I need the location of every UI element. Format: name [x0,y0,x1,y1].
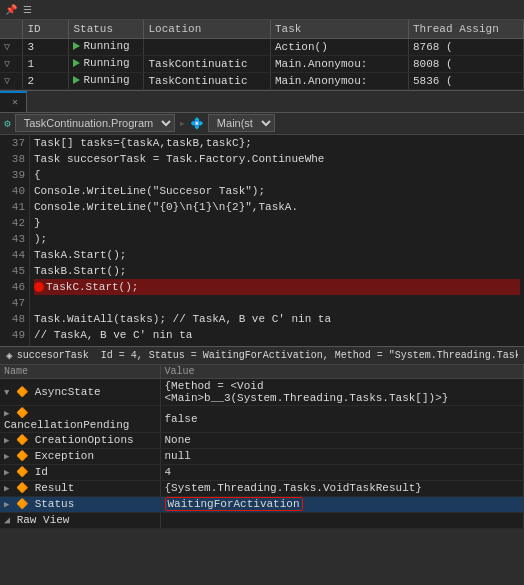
watch-name: AsyncState [35,386,101,398]
code-line: TaskA.Start(); [34,247,520,263]
watch-row[interactable]: ▼ 🔶 AsyncState{Method = <Void <Main>b__3… [0,378,524,405]
expand-icon[interactable]: ▶ [4,452,9,462]
watch-value: null [160,448,524,464]
code-line: TaskC.Start(); [34,279,520,295]
task-thread: 5836 ( [408,72,523,89]
watch-name-cell: ▶ 🔶 Id [0,464,160,480]
watch-row[interactable]: ◢ Raw View [0,512,524,528]
watch-value-cell: WaitingForActivation [160,496,524,512]
watch-name-cell: ▶ 🔶 Status [0,496,160,512]
watch-col-value: Value [160,365,524,379]
expand-icon[interactable]: ▼ [4,388,9,398]
running-icon: Running [73,74,129,86]
code-text: TaskA.Start(); [34,247,126,263]
task-status: Running [69,55,144,72]
watch-name: Raw View [17,514,70,526]
task-id: 3 [23,38,69,55]
task-name: Main.Anonymou: [270,55,408,72]
watch-row[interactable]: ▶ 🔶 Exceptionnull [0,448,524,464]
watch-name: CreationOptions [35,434,134,446]
watch-row[interactable]: ▶ 🔶 Id4 [0,464,524,480]
watch-name-cell: ▼ 🔶 AsyncState [0,378,160,405]
menu-icon[interactable]: ☰ [20,3,34,17]
expand-icon[interactable]: ▶ [4,436,9,446]
col-header-location[interactable]: Location [144,20,270,38]
editor-tabs: ✕ [0,91,524,113]
watch-panel: ◈ succesorTask Id = 4, Status = WaitingF… [0,346,524,529]
watch-name: CancellationPending [4,419,129,431]
field-icon: 🔶 [16,467,28,478]
task-thread: 8008 ( [408,55,523,72]
breakpoint-icon [34,282,44,292]
toolbar-separator: ▸ [179,116,186,131]
watch-name: Id [35,466,48,478]
line-numbers: 37383940414243444546474849 [0,135,30,346]
editor-tab-program[interactable]: ✕ [0,91,27,112]
task-thread: 8768 ( [408,38,523,55]
watch-titlebar: ◈ succesorTask Id = 4, Status = WaitingF… [0,347,524,365]
task-row[interactable]: ▽ 3 Running Action() 8768 ( [0,38,524,55]
tab-close-icon[interactable]: ✕ [12,96,18,108]
code-line: TaskB.Start(); [34,263,520,279]
col-header-id[interactable]: ID [23,20,69,38]
tasks-table: ID Status Location Task Thread Assign ▽ … [0,20,524,90]
field-icon: 🔶 [16,408,28,419]
watch-row[interactable]: ▶ 🔶 CancellationPendingfalse [0,405,524,432]
watch-table: Name Value ▼ 🔶 AsyncState{Method = <Void… [0,365,524,529]
col-header-status[interactable]: Status [69,20,144,38]
task-name: Main.Anonymou: [270,72,408,89]
titlebar-icons: 📌 ☰ [4,3,34,17]
task-name: Action() [270,38,408,55]
code-line: Console.WriteLine("{0}\n{1}\n{2}",TaskA. [34,199,520,215]
watch-name-cell: ◢ Raw View [0,512,160,528]
watch-value: false [160,405,524,432]
col-header-task[interactable]: Task [270,20,408,38]
code-line: Task succesorTask = Task.Factory.Continu… [34,151,520,167]
code-line: Console.WriteLine("Succesor Task"); [34,183,520,199]
task-row[interactable]: ▽ 1 Running TaskContinuatic Main.Anonymo… [0,55,524,72]
method-dropdown[interactable]: Main(st [208,114,275,132]
expand-icon[interactable]: ▶ [4,500,9,510]
watch-row[interactable]: ▶ 🔶 CreationOptionsNone [0,432,524,448]
task-flag: ▽ [0,72,23,89]
code-text: TaskC.Start(); [46,279,138,295]
expand-icon[interactable]: ▶ [4,468,9,478]
pin-icon[interactable]: 📌 [4,3,18,17]
task-status: Running [69,38,144,55]
code-text: ); [34,231,47,247]
expand-icon[interactable]: ▶ [4,409,9,419]
code-lines[interactable]: Task[] tasks={taskA,taskB,taskC};Task su… [30,135,524,346]
panel-titlebar: 📌 ☰ [0,0,524,20]
task-row[interactable]: ▽ 2 Running TaskContinuatic Main.Anonymo… [0,72,524,89]
code-line [34,295,520,311]
watch-name-cell: ▶ 🔶 CreationOptions [0,432,160,448]
watch-col-name: Name [0,365,160,379]
running-icon: Running [73,57,129,69]
field-icon: 🔶 [16,387,28,398]
field-icon: 🔶 [16,451,28,462]
code-text: { [34,167,41,183]
code-text: Task succesorTask = Task.Factory.Continu… [34,151,324,167]
watch-value: {System.Threading.Tasks.VoidTaskResult} [160,480,524,496]
watch-name: Status [35,498,75,510]
field-icon: 🔶 [16,483,28,494]
col-header-thread[interactable]: Thread Assign [408,20,523,38]
code-line: // TaskA, B ve C' nin ta [34,327,520,343]
code-text: Task[] tasks={taskA,taskB,taskC}; [34,135,252,151]
task-id: 2 [23,72,69,89]
play-triangle-icon [73,59,80,67]
expand-icon[interactable]: ▶ [4,484,9,494]
code-line: Task[] tasks={taskA,taskB,taskC}; [34,135,520,151]
watch-row[interactable]: ▶ 🔶 StatusWaitingForActivation [0,496,524,512]
field-icon: 🔶 [16,435,28,446]
watch-title-text: succesorTask Id = 4, Status = WaitingFor… [17,350,518,361]
play-triangle-icon [73,42,80,50]
raw-view-icon: ◢ [4,515,10,526]
task-flag: ▽ [0,55,23,72]
code-area[interactable]: 37383940414243444546474849 Task[] tasks=… [0,135,524,346]
watch-row[interactable]: ▶ 🔶 Result{System.Threading.Tasks.VoidTa… [0,480,524,496]
task-location: TaskContinuatic [144,55,270,72]
watch-name: Exception [35,450,94,462]
code-text: TaskB.Start(); [34,263,126,279]
class-dropdown[interactable]: TaskContinuation.Program [15,114,175,132]
